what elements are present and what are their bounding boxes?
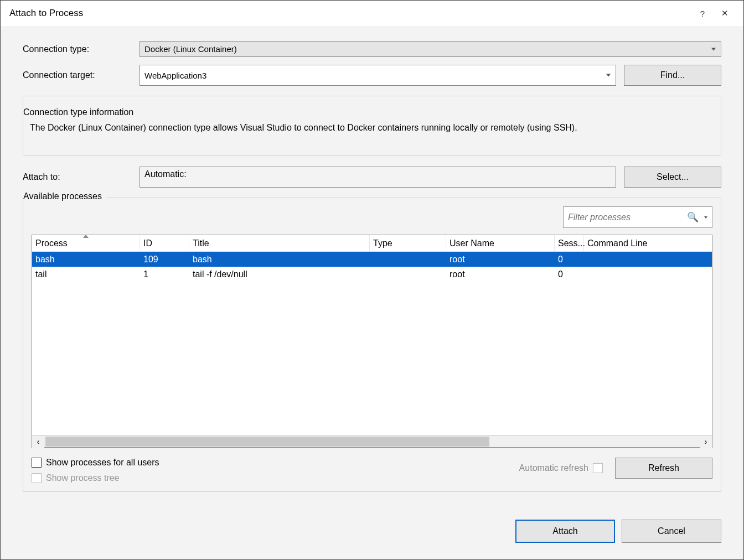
table-row[interactable]: tail 1 tail -f /dev/null root 0: [32, 267, 712, 282]
filter-processes-input[interactable]: [568, 212, 687, 222]
titlebar: Attach to Process ? ✕: [1, 1, 743, 26]
search-icon[interactable]: 🔍: [687, 211, 699, 223]
process-grid: Process ID Title Type User Name Sess... …: [32, 235, 712, 448]
column-id[interactable]: ID: [140, 235, 189, 251]
show-all-users-row[interactable]: Show processes for all users: [32, 458, 159, 468]
attach-to-value: Automatic:: [140, 167, 616, 188]
connection-target-combo[interactable]: WebApplication3: [140, 65, 616, 86]
connection-info-heading: Connection type information: [23, 107, 138, 117]
column-title[interactable]: Title: [189, 235, 370, 251]
checkbox-column: Show processes for all users Show proces…: [32, 452, 159, 483]
available-processes-heading: Available processes: [23, 191, 106, 201]
select-button[interactable]: Select...: [624, 167, 721, 188]
dialog-footer: Attach Cancel: [1, 503, 743, 559]
dialog-title: Attach to Process: [9, 8, 691, 19]
attach-to-row: Attach to: Automatic: Select...: [23, 167, 721, 188]
chevron-down-icon[interactable]: [704, 216, 707, 219]
grid-body: bash 109 bash root 0 tail 1 tail -f /dev…: [32, 252, 712, 435]
scroll-right-icon[interactable]: ›: [700, 435, 712, 448]
connection-info-text: The Docker (Linux Container) connection …: [30, 122, 714, 134]
show-process-tree-row: Show process tree: [32, 473, 159, 483]
grid-bottom-row: Show processes for all users Show proces…: [32, 452, 712, 483]
connection-target-label: Connection target:: [23, 70, 140, 80]
column-type[interactable]: Type: [370, 235, 446, 251]
filter-processes-box[interactable]: 🔍: [563, 206, 712, 228]
connection-type-combo[interactable]: Docker (Linux Container): [140, 41, 721, 57]
column-session[interactable]: Sess...: [555, 235, 584, 251]
available-processes-fieldset: Available processes 🔍 Process ID Title T: [23, 198, 721, 492]
scrollbar-thumb[interactable]: [45, 437, 489, 447]
chevron-down-icon: [711, 48, 716, 50]
refresh-button[interactable]: Refresh: [615, 458, 712, 479]
grid-header: Process ID Title Type User Name Sess... …: [32, 235, 712, 252]
show-process-tree-label: Show process tree: [46, 473, 120, 483]
attach-to-label: Attach to:: [23, 172, 140, 182]
connection-target-row: Connection target: WebApplication3 Find.…: [23, 65, 721, 86]
connection-target-value: WebApplication3: [144, 71, 206, 80]
scroll-left-icon[interactable]: ‹: [32, 435, 44, 448]
column-process[interactable]: Process: [32, 235, 140, 251]
horizontal-scrollbar[interactable]: ‹ ›: [32, 435, 712, 447]
chevron-down-icon: [606, 74, 611, 77]
cancel-button[interactable]: Cancel: [622, 520, 721, 543]
filter-row: 🔍: [32, 206, 712, 228]
connection-type-label: Connection type:: [23, 44, 140, 54]
connection-info-fieldset: Connection type information The Docker (…: [23, 96, 721, 155]
table-row[interactable]: bash 109 bash root 0: [32, 252, 712, 267]
dialog-body: Connection type: Docker (Linux Container…: [1, 26, 743, 503]
show-all-users-checkbox[interactable]: [32, 458, 42, 468]
refresh-controls: Automatic refresh Refresh: [519, 458, 712, 479]
connection-type-value: Docker (Linux Container): [144, 44, 237, 54]
close-button[interactable]: ✕: [714, 5, 736, 22]
attach-button[interactable]: Attach: [515, 520, 615, 543]
column-user-name[interactable]: User Name: [446, 235, 555, 251]
sort-ascending-icon: [83, 235, 89, 238]
show-process-tree-checkbox: [32, 473, 42, 483]
help-button[interactable]: ?: [691, 5, 714, 22]
automatic-refresh-label: Automatic refresh: [519, 463, 588, 473]
automatic-refresh-checkbox[interactable]: [593, 463, 603, 473]
show-all-users-label: Show processes for all users: [46, 458, 159, 468]
find-button[interactable]: Find...: [624, 65, 721, 86]
attach-to-process-dialog: Attach to Process ? ✕ Connection type: D…: [0, 0, 744, 560]
column-command-line[interactable]: Command Line: [584, 235, 712, 251]
connection-type-row: Connection type: Docker (Linux Container…: [23, 41, 721, 57]
